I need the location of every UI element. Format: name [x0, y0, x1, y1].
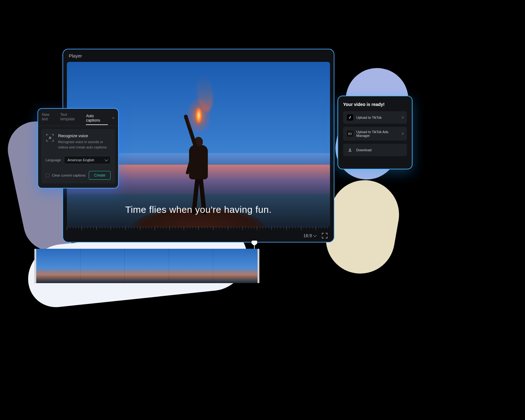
tab-new-text[interactable]: New text [42, 112, 56, 123]
export-title: Your video is ready! [343, 102, 407, 107]
video-subject [173, 115, 223, 215]
video-caption: Time flies when you're having fun. [67, 204, 330, 215]
clear-captions-checkbox[interactable]: Clear current captions [46, 173, 86, 177]
tab-auto-captions[interactable]: Auto captions [86, 114, 108, 125]
tiktok-ads-icon [347, 131, 353, 137]
timeline-thumbnail[interactable] [36, 249, 81, 283]
export-panel: Your video is ready! Upload to TikTok Up… [338, 96, 412, 169]
recognize-voice-icon: A [46, 133, 54, 142]
checkbox-icon [46, 173, 49, 177]
tiktok-icon [347, 114, 353, 121]
create-button[interactable]: Create [89, 171, 111, 180]
auto-captions-panel: New text Text template Auto captions « A… [38, 108, 119, 188]
chevron-right-icon [401, 132, 403, 135]
timeline-clip[interactable] [34, 249, 259, 283]
export-item-label: Upload to TikTok [356, 116, 398, 119]
tab-text-template[interactable]: Text template [60, 112, 82, 123]
flare-icon [189, 97, 208, 134]
language-label: Language [46, 158, 61, 162]
language-select[interactable]: American English [64, 156, 111, 164]
language-value: American English [68, 158, 94, 162]
chevron-down-icon [105, 158, 108, 161]
upload-tiktok-button[interactable]: Upload to TikTok [343, 111, 407, 124]
player-title: Player [63, 49, 334, 62]
svg-point-2 [349, 133, 350, 134]
chevron-down-icon [313, 233, 317, 237]
svg-rect-1 [349, 133, 352, 135]
clip-handle-right[interactable] [258, 249, 259, 283]
fullscreen-button[interactable] [322, 233, 328, 238]
aspect-ratio-selector[interactable]: 16:9 [303, 233, 316, 238]
recognize-title: Recognize voice [58, 133, 111, 138]
timeline-playhead[interactable] [251, 241, 258, 249]
export-item-label: Upload to TikTok Ads Manager [356, 130, 398, 138]
recognize-description: Recognize voice in sounds or videos and … [58, 139, 111, 150]
svg-text:A: A [49, 136, 51, 140]
collapse-panel-button[interactable]: « [112, 116, 114, 120]
upload-tiktok-ads-button[interactable]: Upload to TikTok Ads Manager [343, 127, 407, 141]
chevron-right-icon [401, 116, 403, 119]
timeline-thumbnail[interactable] [213, 249, 258, 283]
timeline-thumbnail[interactable] [125, 249, 169, 283]
aspect-ratio-label: 16:9 [303, 233, 312, 238]
export-item-label: Download [356, 148, 403, 152]
download-icon [347, 147, 353, 153]
download-button[interactable]: Download [343, 144, 407, 156]
timeline-thumbnail[interactable] [169, 249, 213, 283]
clear-captions-label: Clear current captions [52, 173, 86, 177]
timeline-thumbnail[interactable] [81, 249, 125, 283]
